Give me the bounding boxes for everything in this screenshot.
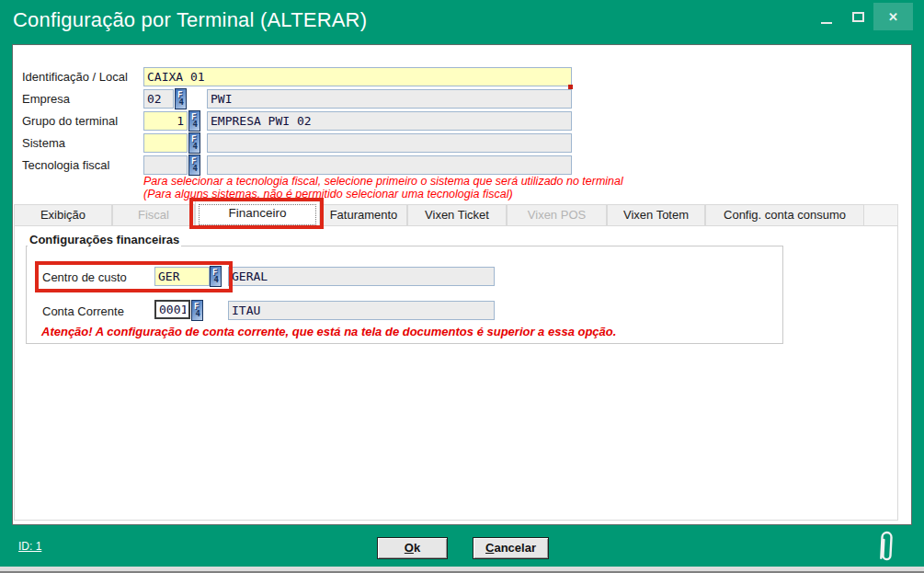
window-title: Configuração por Terminal (ALTERAR) <box>13 8 367 32</box>
tab-financeiro[interactable]: Financeiro <box>195 201 320 227</box>
centro-custo-f4-lookup-button[interactable]: F 4 <box>210 266 222 287</box>
empresa-desc-field: PWI <box>207 89 572 109</box>
dialog-configuracao-terminal: Configuração por Terminal (ALTERAR) ✕ Id… <box>0 0 924 573</box>
fiscal-hint-line1: Para selecionar a tecnologia fiscal, sel… <box>143 175 623 188</box>
group-title-configuracoes-financeiras: Configurações financeiras <box>28 233 181 246</box>
conta-corrente-label: Conta Corrente <box>42 304 124 318</box>
tab-faturamento[interactable]: Faturamento <box>320 204 407 226</box>
tab-vixen-totem[interactable]: Vixen Totem <box>607 204 705 226</box>
tecnologia-f4-lookup-button[interactable]: F 4 <box>188 155 200 176</box>
sistema-f4-lookup-button[interactable]: F 4 <box>188 132 200 154</box>
f4-icon: 4 <box>196 310 200 318</box>
conta-corrente-code-input[interactable] <box>154 300 190 319</box>
f4-icon: 4 <box>179 98 184 107</box>
paperclip-attachment-icon[interactable] <box>872 528 899 568</box>
tab-vixen-pos: Vixen POS <box>507 204 607 226</box>
grupo-f4-lookup-button[interactable]: F 4 <box>188 110 200 132</box>
minimize-icon[interactable] <box>821 22 832 24</box>
tab-config-conta-consumo[interactable]: Config. conta consumo <box>705 204 864 226</box>
ok-button-key: O <box>405 541 414 555</box>
sistema-code-input[interactable] <box>143 133 188 153</box>
identificacao-input[interactable] <box>143 67 572 86</box>
maximize-icon[interactable] <box>852 12 864 22</box>
tab-focus-rect <box>199 204 316 225</box>
sistema-label: Sistema <box>22 136 65 150</box>
centro-custo-desc-field: GERAL <box>228 267 495 286</box>
tab-vixen-ticket[interactable]: Vixen Ticket <box>407 204 507 226</box>
tecnologia-fiscal-code-input[interactable] <box>143 155 188 175</box>
tab-exibicao[interactable]: Exibição <box>14 204 112 226</box>
empresa-label: Empresa <box>22 92 70 106</box>
tecnologia-fiscal-desc-field <box>207 155 572 175</box>
grupo-terminal-desc-field: EMPRESA PWI 02 <box>207 111 572 131</box>
f4-icon: 4 <box>193 143 198 151</box>
cancel-button-rest: ancelar <box>494 541 536 555</box>
grupo-terminal-code-input[interactable] <box>143 111 188 131</box>
close-button[interactable]: ✕ <box>873 3 913 30</box>
cancel-button-key: C <box>485 541 494 555</box>
f4-icon: 4 <box>214 276 219 284</box>
empresa-f4-lookup-button[interactable]: F 4 <box>175 88 187 109</box>
footer-bar <box>0 525 924 567</box>
conta-corrente-warning: Atenção! A configuração de conta corrent… <box>41 325 616 338</box>
tab-fiscal: Fiscal <box>112 204 195 226</box>
close-icon: ✕ <box>888 10 898 24</box>
cancel-button[interactable]: Cancelar <box>473 537 549 559</box>
record-id-link[interactable]: ID: 1 <box>18 540 41 553</box>
ok-button[interactable]: Ok <box>377 537 448 559</box>
sistema-desc-field <box>207 133 572 153</box>
identificacao-label: Identificação / Local <box>22 70 128 84</box>
grupo-terminal-label: Grupo do terminal <box>22 114 118 128</box>
fiscal-hint-line2: (Para alguns sistemas, não é permitido s… <box>143 188 513 201</box>
empresa-code-input[interactable] <box>143 89 174 109</box>
centro-custo-code-input[interactable] <box>154 267 210 286</box>
centro-custo-label: Centro de custo <box>42 270 127 284</box>
tecnologia-fiscal-label: Tecnologia fiscal <box>22 158 109 172</box>
conta-corrente-desc-field: ITAU <box>228 301 495 320</box>
window-bottom-edge <box>0 567 924 573</box>
f4-icon: 4 <box>193 120 198 129</box>
f4-icon: 4 <box>193 165 198 173</box>
ok-button-rest: k <box>414 541 420 555</box>
conta-corrente-f4-lookup-button[interactable]: F 4 <box>191 300 203 321</box>
